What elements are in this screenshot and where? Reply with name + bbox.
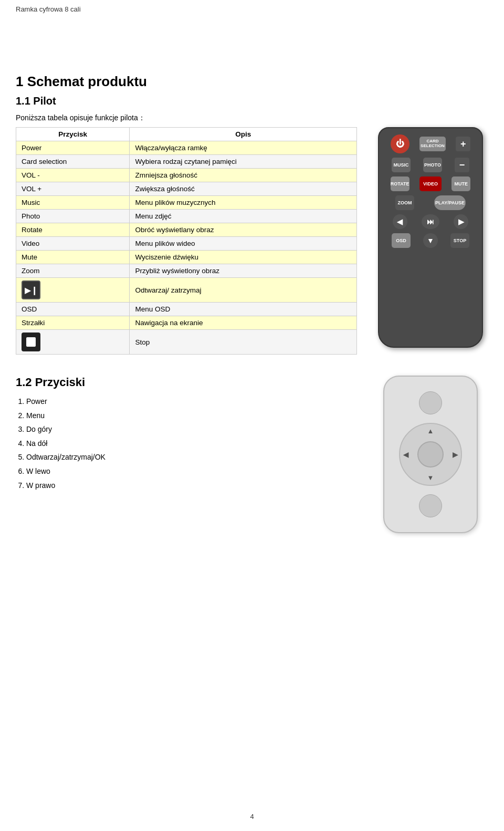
table-row: PhotoMenu zdjęć	[16, 210, 357, 223]
desc-cell: Włącza/wyłącza ramkę	[130, 141, 357, 155]
remote-music-btn[interactable]: MUSIC	[392, 158, 411, 172]
remote-left-btn[interactable]: ◀	[393, 214, 407, 229]
table-row: Card selectionWybiera rodzaj czytanej pa…	[16, 155, 357, 169]
button-cell: OSD	[16, 303, 130, 316]
r2-left-arrow: ◀	[403, 451, 408, 459]
r2-right-arrow: ▶	[453, 451, 458, 459]
remote-row-4: ZOOM PLAY/PAUSE	[385, 195, 476, 210]
buttons-list: PowerMenuDo góryNa dółOdtwarzaj/zatrzyma…	[26, 394, 357, 492]
section12-layout: 1.2 Przyciski PowerMenuDo góryNa dółOdtw…	[16, 376, 488, 533]
button-cell: Rotate	[16, 223, 130, 237]
remote2-device: ▲ ▼ ◀ ▶	[383, 376, 478, 533]
section-intro: Poniższa tabela opisuje funkcje pilota：	[16, 113, 488, 123]
pilot-table-wrap: Przycisk Opis PowerWłącza/wyłącza ramkęC…	[16, 127, 357, 355]
remote-row-5: ◀ ⏭ ▶	[385, 214, 476, 229]
table-row: MuteWyciszenie dźwięku	[16, 251, 357, 264]
remote2-wrap: ▲ ▼ ◀ ▶	[373, 376, 488, 533]
r2-center-btn[interactable]	[417, 441, 444, 468]
r2-nav-cluster: ▲ ▼ ◀ ▶	[399, 423, 462, 486]
section12-list: 1.2 Przyciski PowerMenuDo góryNa dółOdtw…	[16, 376, 357, 492]
r2-up-arrow: ▲	[427, 427, 434, 435]
list-item: W lewo	[26, 464, 357, 479]
table-row: VOL -Zmniejsza głośność	[16, 169, 357, 182]
remote-row-6: OSD ▼ STOP	[385, 233, 476, 248]
stop-icon	[22, 333, 40, 351]
section12: 1.2 Przyciski PowerMenuDo góryNa dółOdtw…	[16, 376, 488, 533]
table-row: MusicMenu plików muzycznych	[16, 196, 357, 210]
list-item: Menu	[26, 409, 357, 423]
desc-cell: Przybliż wyświetlony obraz	[130, 264, 357, 278]
remote-vol-plus-btn[interactable]: +	[456, 137, 470, 151]
button-cell: Strzałki	[16, 316, 130, 330]
desc-cell: Menu plików wideo	[130, 237, 357, 251]
remote-row-3: ROTATE VIDEO MUTE	[385, 176, 476, 191]
r2-power-btn[interactable]	[419, 391, 442, 414]
button-cell: Video	[16, 237, 130, 251]
button-cell: VOL +	[16, 182, 130, 196]
table-row: StrzałkiNawigacja na ekranie	[16, 316, 357, 330]
remote-rotate-btn[interactable]: ROTATE	[391, 176, 410, 191]
remote-power-btn[interactable]: ⏻	[391, 134, 410, 153]
remote-video-btn[interactable]: VIDEO	[419, 176, 442, 191]
table-row: VOL +Zwiększa głośność	[16, 182, 357, 196]
remote-card-btn[interactable]: CARDSELECTION	[419, 137, 446, 151]
table-row: PowerWłącza/wyłącza ramkę	[16, 141, 357, 155]
desc-cell: Zwiększa głośność	[130, 182, 357, 196]
remote-zoom-btn[interactable]: ZOOM	[395, 195, 414, 210]
remote-control: ⏻ CARDSELECTION + MUSIC PHOTO − ROTATE V…	[378, 127, 483, 348]
table-row: VideoMenu plików wideo	[16, 237, 357, 251]
remote-next-btn[interactable]: ⏭	[422, 214, 439, 229]
desc-cell: Wybiera rodzaj czytanej pamięci	[130, 155, 357, 169]
remote-osd-btn[interactable]: OSD	[392, 233, 411, 248]
remote-down-btn[interactable]: ▼	[423, 233, 438, 248]
remote-playpause-btn[interactable]: PLAY/PAUSE	[434, 195, 466, 210]
button-cell: Power	[16, 141, 130, 155]
subsection2-title: 1.2 Przyciski	[16, 376, 357, 389]
button-cell: VOL -	[16, 169, 130, 182]
remote-row-1: ⏻ CARDSELECTION +	[385, 134, 476, 153]
desc-cell: Obróć wyświetlany obraz	[130, 223, 357, 237]
desc-cell: Wyciszenie dźwięku	[130, 251, 357, 264]
list-item: Odtwarzaj/zatrzymaj/OK	[26, 450, 357, 464]
remote-stop-btn[interactable]: STOP	[450, 233, 469, 248]
desc-cell: Nawigacja na ekranie	[130, 316, 357, 330]
button-cell: ▶❙	[16, 278, 130, 303]
desc-cell: Stop	[130, 330, 357, 355]
header-title: Ramka cyfrowa 8 cali	[16, 5, 81, 13]
remote-mute-btn[interactable]: MUTE	[452, 176, 470, 191]
remote-vol-minus-btn[interactable]: −	[455, 158, 469, 172]
table-row: ▶❙Odtwarzaj/ zatrzymaj	[16, 278, 357, 303]
pilot-table: Przycisk Opis PowerWłącza/wyłącza ramkęC…	[16, 127, 357, 355]
table-row: OSDMenu OSD	[16, 303, 357, 316]
list-item: Do góry	[26, 422, 357, 437]
list-item: W prawo	[26, 479, 357, 493]
page-number: 4	[250, 813, 254, 820]
section1-title: 1 Schemat produktu	[16, 74, 488, 90]
desc-cell: Menu zdjęć	[130, 210, 357, 223]
remote-photo-btn[interactable]: PHOTO	[423, 158, 442, 172]
button-cell: Music	[16, 196, 130, 210]
table-row: ZoomPrzybliż wyświetlony obraz	[16, 264, 357, 278]
subsection1-title: 1.1 Pilot	[16, 95, 488, 107]
col2-header: Opis	[130, 128, 357, 141]
button-cell: Photo	[16, 210, 130, 223]
remote-wrap: ⏻ CARDSELECTION + MUSIC PHOTO − ROTATE V…	[373, 127, 488, 348]
col1-header: Przycisk	[16, 128, 130, 141]
desc-cell: Menu OSD	[130, 303, 357, 316]
list-item: Power	[26, 394, 357, 409]
button-cell: Zoom	[16, 264, 130, 278]
page-header: Ramka cyfrowa 8 cali	[16, 5, 81, 13]
button-cell: Mute	[16, 251, 130, 264]
remote-right-btn[interactable]: ▶	[454, 214, 468, 229]
page-footer: 4	[250, 813, 254, 820]
pilot-layout: Przycisk Opis PowerWłącza/wyłącza ramkęC…	[16, 127, 488, 355]
button-cell	[16, 330, 130, 355]
desc-cell: Odtwarzaj/ zatrzymaj	[130, 278, 357, 303]
desc-cell: Menu plików muzycznych	[130, 196, 357, 210]
r2-bottom-btn[interactable]	[419, 494, 442, 517]
table-row: RotateObróć wyświetlany obraz	[16, 223, 357, 237]
playpause-icon: ▶❙	[22, 281, 40, 299]
table-row: Stop	[16, 330, 357, 355]
button-cell: Card selection	[16, 155, 130, 169]
list-item: Na dół	[26, 437, 357, 451]
